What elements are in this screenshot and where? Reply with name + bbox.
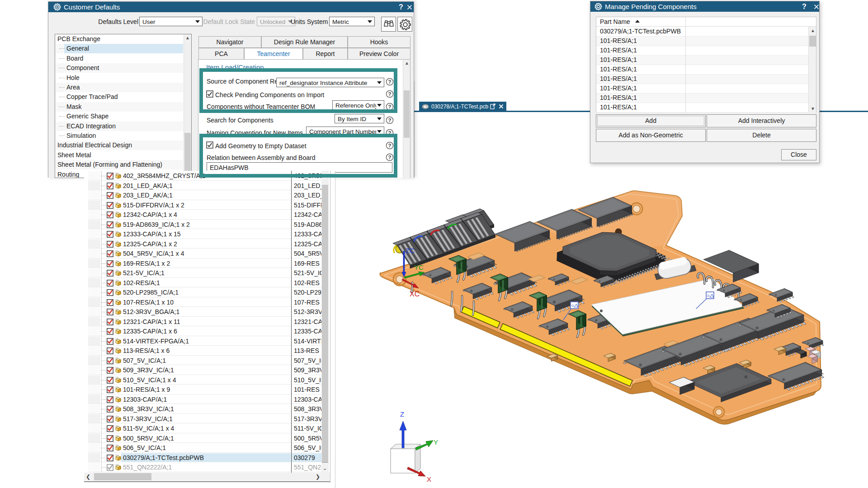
- svg-text:ZC: ZC: [406, 247, 415, 254]
- svg-text:?: ?: [388, 117, 391, 123]
- svg-text:o: o: [707, 293, 709, 298]
- svg-text:Y: Y: [434, 438, 438, 446]
- svg-text:Z: Z: [400, 410, 404, 418]
- svg-text:YC: YC: [414, 263, 424, 271]
- svg-text:o: o: [571, 303, 574, 308]
- svg-text:X: X: [427, 475, 431, 483]
- svg-text:XC: XC: [410, 290, 420, 298]
